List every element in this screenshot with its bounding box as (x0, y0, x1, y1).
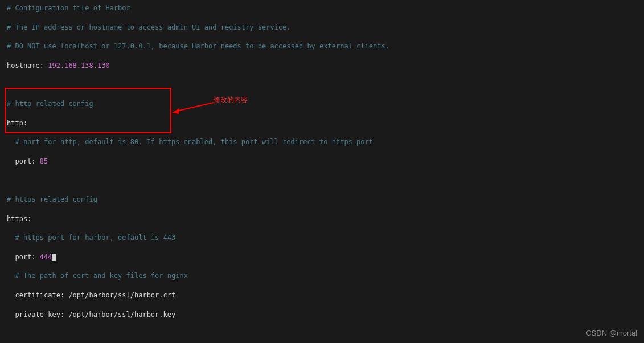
annotation-text: 修改的内容 (214, 96, 248, 105)
comment-line: # https related config (7, 195, 97, 203)
arrow-icon (171, 97, 216, 114)
comment-line: # The IP address or hostname to access a… (7, 23, 291, 31)
comment-line: # DO NOT use localhost or 127.0.0.1, bec… (7, 42, 389, 50)
yaml-key-hostname: hostname: (7, 62, 44, 70)
comment-line: # The path of cert and key files for ngi… (7, 272, 188, 280)
yaml-value: 192.168.138.130 (44, 62, 110, 70)
comment-line: # https port for harbor, default is 443 (7, 234, 175, 242)
yaml-key-certificate: certificate: (7, 291, 64, 299)
yaml-key-https-port: port: (7, 253, 36, 261)
watermark: CSDN @mortal (586, 328, 637, 338)
svg-line-0 (177, 103, 214, 111)
yaml-value: /opt/harbor/ssl/harbor.key (64, 311, 175, 318)
comment-line: # Configuration file of Harbor (7, 4, 130, 12)
cursor-icon (52, 254, 56, 261)
yaml-key-http: http: (7, 119, 27, 127)
svg-marker-1 (172, 108, 179, 114)
yaml-key-https: https: (7, 215, 31, 223)
yaml-key-port: port: (7, 157, 36, 165)
comment-line: # port for http, default is 80. If https… (7, 138, 373, 146)
yaml-value: 85 (36, 157, 48, 165)
yaml-value: /opt/harbor/ssl/harbor.crt (64, 291, 175, 299)
yaml-key-private-key: private_key: (7, 311, 64, 318)
terminal-editor[interactable]: # Configuration file of Harbor # The IP … (7, 3, 637, 343)
yaml-value: 444 (36, 253, 52, 261)
comment-line: # http related config (7, 100, 93, 108)
